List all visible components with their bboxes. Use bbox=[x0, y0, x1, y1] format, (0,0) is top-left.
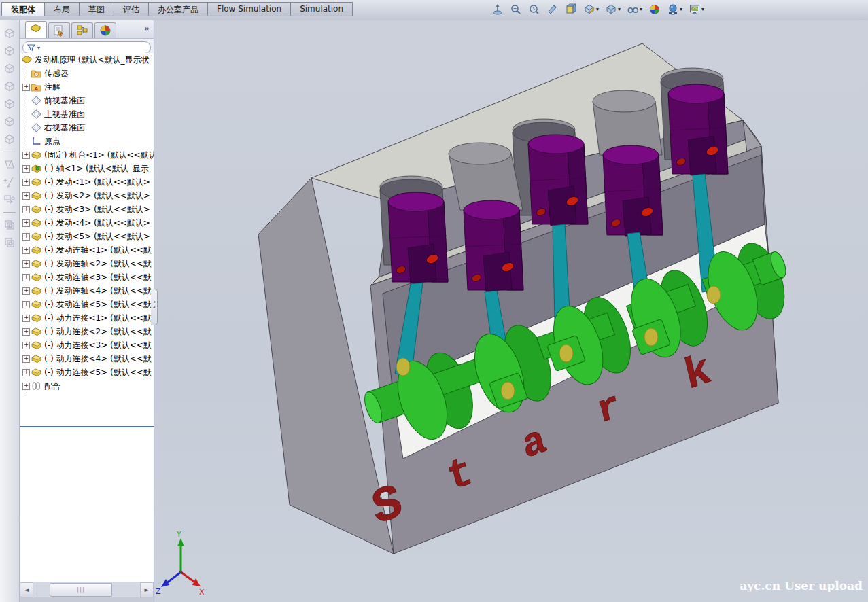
piston-2[interactable] bbox=[464, 200, 523, 291]
expand-plus-icon[interactable]: + bbox=[22, 274, 30, 281]
expand-plus-icon[interactable]: + bbox=[22, 206, 30, 213]
command-tab[interactable]: 装配体 bbox=[1, 2, 44, 16]
command-tab[interactable]: 办公室产品 bbox=[148, 2, 207, 16]
command-tab[interactable]: Flow Simulation bbox=[207, 2, 290, 16]
view-orientation-icon[interactable] bbox=[564, 3, 578, 16]
tree-item[interactable]: +(-) 发动连轴<1> (默认<<默 bbox=[20, 243, 154, 257]
command-tab[interactable]: 评估 bbox=[114, 2, 148, 16]
tree-item[interactable]: +(固定) 机台<1> (默认<<默认 bbox=[20, 148, 154, 162]
dropdown-arrow-icon[interactable]: ▾ bbox=[640, 7, 642, 12]
filter-dropdown-arrow[interactable]: ▾ bbox=[37, 45, 40, 51]
dropdown-arrow-icon[interactable]: ▾ bbox=[596, 7, 599, 12]
tree-item[interactable]: +(-) 动力连接<1> (默认<<默 bbox=[20, 311, 154, 325]
configurationmanager-tab[interactable] bbox=[71, 22, 93, 38]
cube-view-icon[interactable] bbox=[2, 96, 17, 111]
previous-view-icon[interactable] bbox=[527, 3, 541, 16]
part-icon bbox=[31, 149, 42, 160]
tree-item[interactable]: 右视基准面 bbox=[20, 121, 154, 135]
expand-plus-icon[interactable]: + bbox=[22, 328, 30, 336]
layers-view-icon[interactable] bbox=[2, 235, 17, 250]
expand-plus-icon[interactable]: + bbox=[22, 287, 30, 295]
expand-plus-icon[interactable]: + bbox=[22, 192, 30, 200]
panel-horizontal-scrollbar[interactable]: ◄ ||| ► bbox=[20, 582, 154, 597]
tree-item[interactable]: +(-) 发动连轴<3> (默认<<默 bbox=[20, 270, 154, 284]
tree-item[interactable]: +(-) 发动<3> (默认<<默认> bbox=[20, 202, 154, 216]
cube-view-icon[interactable] bbox=[2, 132, 17, 147]
zoom-to-area-icon[interactable] bbox=[509, 3, 523, 16]
tree-item[interactable]: 传感器 bbox=[20, 67, 154, 80]
tree-item[interactable]: +(-) 动力连接<3> (默认<<默 bbox=[20, 338, 154, 352]
tree-item-label: (-) 发动连轴<5> (默认<<默 bbox=[44, 299, 152, 311]
expand-plus-icon[interactable]: + bbox=[22, 301, 30, 308]
expand-plus-icon[interactable]: + bbox=[22, 84, 30, 91]
displaymanager-tab[interactable] bbox=[94, 22, 116, 38]
propertymanager-tab[interactable] bbox=[48, 22, 70, 38]
tree-item[interactable]: 上视基准面 bbox=[20, 107, 154, 121]
expand-plus-icon[interactable]: + bbox=[22, 315, 30, 322]
tree-item[interactable]: +(-) 发动<2> (默认<<默认> bbox=[20, 189, 154, 202]
tree-item[interactable]: +(-) 发动连轴<4> (默认<<默 bbox=[20, 284, 154, 298]
piston-4[interactable] bbox=[603, 145, 663, 236]
tree-item[interactable]: 原点 bbox=[20, 135, 154, 148]
tree-item[interactable]: +(-) 发动<1> (默认<<默认> bbox=[20, 175, 154, 189]
tree-item[interactable]: +(-) 发动连轴<2> (默认<<默 bbox=[20, 257, 154, 270]
panel-overflow-chevron[interactable]: » bbox=[144, 23, 150, 33]
tree-item[interactable]: +(-) 发动<4> (默认<<默认> bbox=[20, 216, 154, 230]
scroll-right-arrow[interactable]: ► bbox=[140, 582, 154, 597]
tree-item[interactable]: +(-) 动力连接<2> (默认<<默 bbox=[20, 325, 154, 338]
3d-viewport[interactable]: Stark Y Z X ayc.cn User upload bbox=[154, 20, 868, 602]
tree-item[interactable]: +(-) 动力连接<5> (默认<<默 bbox=[20, 366, 154, 379]
layers-view-icon[interactable] bbox=[2, 217, 17, 232]
expand-plus-icon[interactable]: + bbox=[22, 369, 30, 376]
cube-view-icon[interactable] bbox=[2, 26, 17, 41]
sketchadd-view-icon[interactable] bbox=[2, 175, 17, 190]
featuremanager-tab[interactable] bbox=[25, 21, 47, 38]
scrollbar-thumb[interactable]: ||| bbox=[50, 583, 112, 597]
edit-appearance-icon[interactable] bbox=[648, 3, 661, 16]
tree-item[interactable]: +A注解 bbox=[20, 80, 154, 94]
expand-plus-icon[interactable]: + bbox=[22, 355, 30, 363]
tree-item[interactable]: +(-) 动力连接<4> (默认<<默 bbox=[20, 352, 154, 366]
expand-plus-icon[interactable]: + bbox=[22, 260, 30, 268]
view-settings-icon[interactable]: ▾ bbox=[688, 3, 705, 16]
command-tab[interactable]: Simulation bbox=[290, 2, 353, 16]
tree-item-label: 注解 bbox=[44, 82, 60, 93]
cube-view-icon[interactable] bbox=[2, 114, 17, 129]
tree-item[interactable]: +配合 bbox=[20, 379, 154, 393]
cube-view-icon[interactable] bbox=[2, 61, 17, 76]
cube-view-icon[interactable] bbox=[2, 79, 17, 94]
expand-plus-icon[interactable]: + bbox=[22, 233, 30, 241]
eyeglasses-visibility-icon[interactable]: ▾ bbox=[626, 3, 643, 16]
tree-item[interactable]: 前视基准面 bbox=[20, 94, 154, 107]
expand-plus-icon[interactable]: + bbox=[22, 247, 30, 254]
piston-3[interactable] bbox=[528, 135, 588, 226]
tree-filter-input[interactable]: ▾ bbox=[22, 41, 151, 54]
display-style-icon[interactable]: ▾ bbox=[583, 3, 600, 16]
zoom-to-fit-icon[interactable] bbox=[491, 3, 504, 16]
swap-view-icon[interactable] bbox=[2, 192, 17, 207]
expand-plus-icon[interactable]: + bbox=[22, 383, 30, 390]
panel-collapse-splitter[interactable]: ◂◂ bbox=[151, 289, 158, 325]
dropdown-arrow-icon[interactable]: ▾ bbox=[618, 7, 621, 12]
command-tab[interactable]: 草图 bbox=[79, 2, 114, 16]
expand-plus-icon[interactable]: + bbox=[22, 219, 30, 227]
piston-1[interactable] bbox=[388, 192, 448, 283]
tree-item[interactable]: +(-) 发动连轴<5> (默认<<默 bbox=[20, 298, 154, 311]
expand-plus-icon[interactable]: + bbox=[22, 342, 30, 349]
expand-plus-icon[interactable]: + bbox=[22, 179, 30, 186]
expand-plus-icon[interactable]: + bbox=[22, 152, 30, 159]
scroll-left-arrow[interactable]: ◄ bbox=[20, 582, 33, 597]
cube-view-icon[interactable] bbox=[2, 43, 17, 58]
piston-5[interactable] bbox=[668, 84, 728, 175]
tree-item[interactable]: +(-) 轴<1> (默认<默认_显示 bbox=[20, 162, 154, 175]
tree-item[interactable]: +(-) 发动<5> (默认<<默认> bbox=[20, 230, 154, 243]
expand-plus-icon[interactable]: + bbox=[22, 165, 30, 173]
tree-item[interactable]: 发动机原理 (默认<默认_显示状 bbox=[20, 53, 154, 67]
dropdown-arrow-icon[interactable]: ▾ bbox=[680, 7, 682, 12]
apply-scene-icon[interactable]: ▾ bbox=[666, 3, 683, 16]
command-tab[interactable]: 布局 bbox=[44, 2, 79, 16]
sketch-view-icon[interactable] bbox=[2, 157, 17, 172]
dropdown-arrow-icon[interactable]: ▾ bbox=[701, 7, 704, 12]
hide-show-items-icon[interactable]: ▾ bbox=[604, 3, 621, 16]
section-view-icon[interactable] bbox=[546, 3, 559, 16]
